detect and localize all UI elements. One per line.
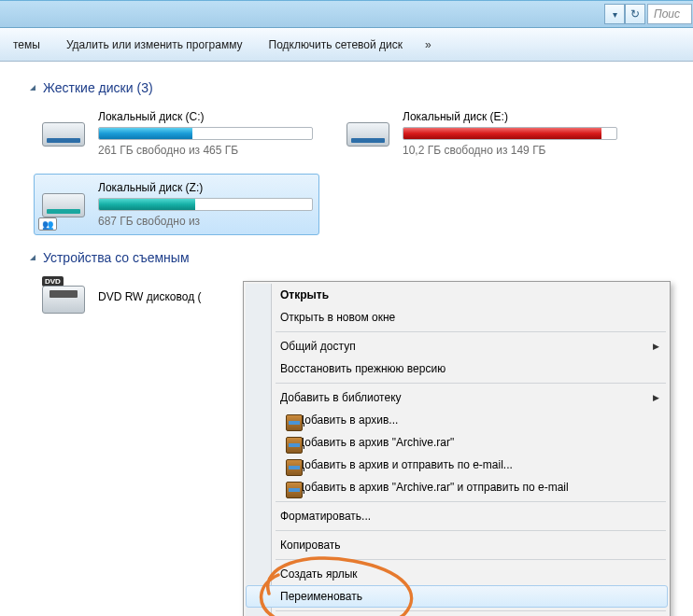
drive-info: Локальный диск (Z:) 687 ГБ свободно из bbox=[98, 181, 313, 228]
menu-separator bbox=[276, 530, 666, 531]
context-menu: Открыть Открыть в новом окне Общий досту… bbox=[243, 281, 671, 616]
drive-e[interactable]: Локальный диск (E:) 10,2 ГБ свободно из … bbox=[338, 103, 624, 164]
address-bar: ▾ Поис bbox=[0, 0, 693, 28]
menu-separator bbox=[276, 610, 666, 611]
menu-label: Открыть в новом окне bbox=[280, 311, 395, 324]
menu-separator bbox=[276, 331, 666, 332]
search-input[interactable]: Поис bbox=[647, 4, 692, 24]
drive-z[interactable]: Локальный диск (Z:) 687 ГБ свободно из bbox=[34, 174, 319, 235]
menu-label: Добавить в архив... bbox=[297, 413, 398, 427]
capacity-fill bbox=[403, 128, 601, 139]
group-header-hdd[interactable]: Жесткие диски (3) bbox=[28, 80, 693, 95]
menu-separator bbox=[276, 559, 666, 560]
menu-label: Создать ярлык bbox=[280, 567, 358, 581]
submenu-arrow-icon: ▶ bbox=[653, 342, 659, 351]
drive-name: Локальный диск (C:) bbox=[98, 110, 313, 123]
menu-label: Добавить в архив "Archive.rar" bbox=[297, 436, 454, 449]
dvd-icon: DVD bbox=[40, 276, 89, 321]
toolbar-item-map-drive[interactable]: Подключить сетевой диск bbox=[256, 28, 416, 61]
menu-item-add-archive-named-email[interactable]: Добавить в архив "Archive.rar" и отправи… bbox=[246, 476, 668, 498]
capacity-bar bbox=[98, 198, 313, 211]
menu-label: Добавить в архив "Archive.rar" и отправи… bbox=[297, 481, 569, 494]
menu-label: Переименовать bbox=[280, 590, 362, 603]
menu-label: Добавить в библиотеку bbox=[280, 391, 402, 404]
menu-label: Добавить в архив и отправить по e-mail..… bbox=[297, 458, 513, 471]
menu-label: Восстановить прежнюю версию bbox=[280, 362, 446, 375]
dropdown-button[interactable]: ▾ bbox=[604, 4, 625, 24]
menu-item-share[interactable]: Общий доступ ▶ bbox=[246, 335, 668, 357]
toolbar-item-uninstall[interactable]: Удалить или изменить программу bbox=[53, 28, 256, 61]
menu-item-rename[interactable]: Переименовать bbox=[246, 585, 668, 608]
collapse-arrow-icon bbox=[28, 83, 37, 92]
submenu-arrow-icon: ▶ bbox=[653, 393, 659, 402]
toolbar: темы Удалить или изменить программу Подк… bbox=[0, 28, 693, 62]
menu-separator bbox=[276, 501, 666, 502]
hdd-icon bbox=[40, 111, 89, 156]
drive-name: Локальный диск (E:) bbox=[403, 110, 617, 123]
winrar-icon bbox=[286, 414, 303, 431]
group-title: Устройства со съемным bbox=[43, 250, 190, 265]
toolbar-overflow[interactable]: » bbox=[416, 38, 441, 51]
content-area: Жесткие диски (3) Локальный диск (C:) 26… bbox=[0, 62, 693, 325]
menu-item-open[interactable]: Открыть bbox=[246, 284, 668, 306]
toolbar-item-systems[interactable]: темы bbox=[0, 28, 53, 61]
menu-label: Общий доступ bbox=[280, 340, 356, 353]
capacity-fill bbox=[99, 199, 195, 210]
winrar-icon bbox=[286, 459, 303, 476]
menu-item-add-archive[interactable]: Добавить в архив... bbox=[246, 409, 668, 431]
capacity-fill bbox=[99, 128, 192, 139]
hdd-icon bbox=[345, 111, 393, 156]
search-placeholder: Поис bbox=[654, 7, 680, 21]
drive-status: 261 ГБ свободно из 465 ГБ bbox=[98, 144, 313, 157]
drive-status: 10,2 ГБ свободно из 149 ГБ bbox=[403, 144, 617, 157]
menu-label: Открыть bbox=[280, 288, 329, 301]
hdd-icon bbox=[40, 182, 89, 227]
menu-item-open-new-window[interactable]: Открыть в новом окне bbox=[246, 306, 668, 329]
drive-name: Локальный диск (Z:) bbox=[98, 181, 313, 194]
menu-item-format[interactable]: Форматировать... bbox=[246, 505, 668, 527]
winrar-icon bbox=[286, 437, 303, 454]
menu-item-add-archive-email[interactable]: Добавить в архив и отправить по e-mail..… bbox=[246, 454, 668, 476]
menu-label: Копировать bbox=[280, 539, 341, 552]
menu-item-create-shortcut[interactable]: Создать ярлык bbox=[246, 563, 668, 585]
menu-label: Форматировать... bbox=[280, 510, 371, 523]
drive-c[interactable]: Локальный диск (C:) 261 ГБ свободно из 4… bbox=[34, 103, 319, 164]
drive-status: 687 ГБ свободно из bbox=[98, 215, 313, 228]
capacity-bar bbox=[403, 127, 617, 140]
collapse-arrow-icon bbox=[28, 253, 37, 262]
capacity-bar bbox=[98, 127, 313, 140]
drive-info: Локальный диск (C:) 261 ГБ свободно из 4… bbox=[98, 110, 313, 157]
winrar-icon bbox=[286, 482, 303, 498]
menu-item-restore-version[interactable]: Восстановить прежнюю версию bbox=[246, 357, 668, 380]
drives-grid: Локальный диск (C:) 261 ГБ свободно из 4… bbox=[34, 103, 693, 235]
menu-separator bbox=[276, 383, 666, 384]
menu-item-add-library[interactable]: Добавить в библиотеку ▶ bbox=[246, 386, 668, 409]
refresh-button[interactable] bbox=[625, 4, 645, 24]
drive-info: Локальный диск (E:) 10,2 ГБ свободно из … bbox=[403, 110, 617, 157]
shared-overlay-icon bbox=[38, 217, 57, 231]
group-count: (3) bbox=[137, 80, 153, 95]
group-header-removable[interactable]: Устройства со съемным bbox=[28, 250, 693, 265]
menu-item-copy[interactable]: Копировать bbox=[246, 534, 668, 556]
menu-item-add-archive-named[interactable]: Добавить в архив "Archive.rar" bbox=[246, 431, 668, 454]
group-title: Жесткие диски bbox=[43, 80, 134, 95]
